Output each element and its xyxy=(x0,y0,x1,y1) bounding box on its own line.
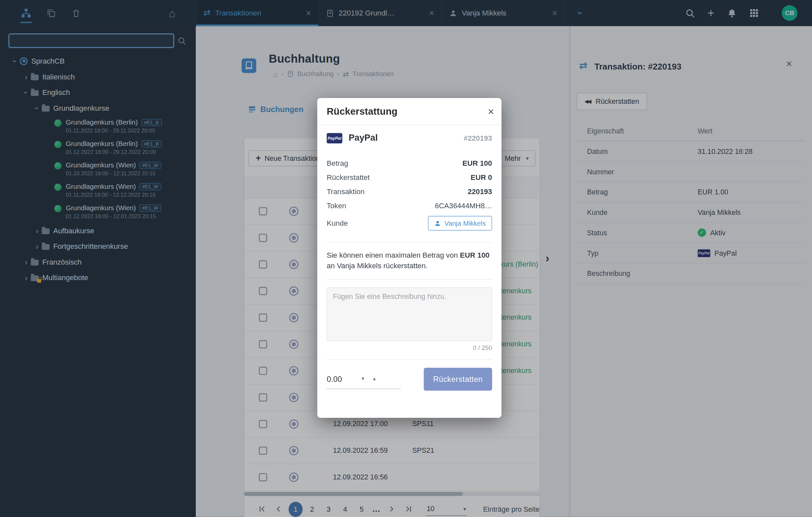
char-counter: 0 / 250 xyxy=(327,344,492,351)
increase-icon[interactable]: ▲ xyxy=(372,376,376,381)
customer-button[interactable]: Vanja Mikkels xyxy=(428,216,492,230)
modal-header: Rückerstattung × xyxy=(317,98,501,125)
provider-row: PayPal PayPal #220193 xyxy=(327,133,492,144)
field-rueckerstattet: Rückerstattet EUR 0 xyxy=(327,170,492,184)
description-textarea[interactable] xyxy=(327,287,492,341)
refund-submit-button[interactable]: Rückerstatten xyxy=(424,368,492,391)
paypal-logo: PayPal xyxy=(327,133,342,144)
amount-input[interactable] xyxy=(327,374,354,383)
field-token: Token 6CA36444MH8… xyxy=(327,199,492,213)
customer-name: Vanja Mikkels xyxy=(444,219,486,227)
field-kunde: Kunde Vanja Mikkels xyxy=(327,212,492,234)
modal-body: PayPal PayPal #220193 Betrag EUR 100 Rüc… xyxy=(317,133,501,391)
refund-fields: Betrag EUR 100 Rückerstattet EUR 0 Trans… xyxy=(327,156,492,234)
close-icon[interactable]: × xyxy=(488,106,494,117)
app-viewport: ⌂ ⇄ Transaktionen × 220192 Grundl… × Van… xyxy=(0,0,812,517)
modal-footer: ▼ ▲ Rückerstatten xyxy=(327,368,492,391)
field-betrag: Betrag EUR 100 xyxy=(327,156,492,170)
modal-title: Rückerstattung xyxy=(327,106,398,117)
person-icon xyxy=(434,220,441,227)
refund-info-text: Sie können einen maximalen Betrag von EU… xyxy=(327,250,492,271)
decrease-icon[interactable]: ▼ xyxy=(361,376,365,381)
field-transaktion: Transaktion 220193 xyxy=(327,184,492,199)
provider-name: PayPal xyxy=(348,133,377,144)
refund-amount-field[interactable]: ▼ ▲ xyxy=(327,369,401,389)
refund-modal: Rückerstattung × PayPal PayPal #220193 B… xyxy=(317,98,501,418)
transaction-reference: #220193 xyxy=(464,134,492,142)
